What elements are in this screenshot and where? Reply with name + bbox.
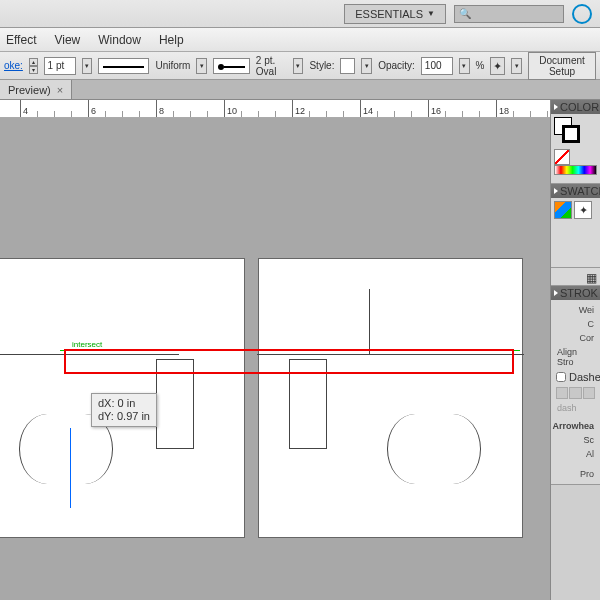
artboard-2: [258, 258, 523, 538]
swatch-item[interactable]: ✦: [574, 201, 592, 219]
workspace-switcher[interactable]: ESSENTIALS ▼: [344, 4, 446, 24]
ruler-minor-tick: [309, 111, 310, 118]
search-input[interactable]: 🔍: [454, 5, 564, 23]
swatch-controls: ▦: [551, 268, 600, 286]
opacity-input[interactable]: [421, 57, 453, 75]
recolor-icon[interactable]: ✦: [490, 57, 505, 75]
corner-row: Cor: [554, 331, 597, 345]
swatches-panel-header[interactable]: SWATCH: [551, 184, 600, 198]
ruler-minor-tick: [105, 111, 106, 118]
style-dropdown[interactable]: ▾: [361, 58, 372, 74]
color-spectrum[interactable]: [554, 165, 597, 175]
application-bar: ESSENTIALS ▼ 🔍: [0, 0, 600, 28]
chevron-down-icon: ▼: [427, 9, 435, 18]
none-swatch[interactable]: [554, 149, 570, 165]
menu-window[interactable]: Window: [98, 33, 141, 47]
path-arc-left[interactable]: [19, 414, 51, 484]
stroke-link[interactable]: oke:: [4, 60, 23, 71]
ruler-tick: 16: [428, 100, 441, 118]
brush-preview[interactable]: [213, 58, 250, 74]
ruler-tick: 10: [224, 100, 237, 118]
ruler-minor-tick: [377, 111, 378, 118]
close-icon[interactable]: ×: [57, 84, 63, 96]
menu-effect[interactable]: Effect: [6, 33, 36, 47]
swatches-panel: ✦: [551, 198, 600, 268]
ruler-minor-tick: [445, 111, 446, 118]
cap-row: C: [554, 317, 597, 331]
arrowheads-row: Arrowhea: [554, 415, 597, 433]
gap-input[interactable]: [569, 387, 581, 399]
ruler-minor-tick: [513, 111, 514, 118]
ruler-minor-tick: [173, 111, 174, 118]
menu-help[interactable]: Help: [159, 33, 184, 47]
fill-stroke-control[interactable]: [554, 117, 580, 143]
document-tab-bar: Preview) ×: [0, 80, 600, 100]
smart-guide-label: intersect: [72, 340, 102, 349]
profile-dropdown[interactable]: ▾: [196, 58, 207, 74]
ruler-minor-tick: [207, 111, 208, 118]
smart-guide-vertical: [70, 428, 71, 508]
swatch-options-icon[interactable]: ▦: [586, 271, 597, 285]
ruler-minor-tick: [139, 111, 140, 118]
opacity-label: Opacity:: [378, 60, 415, 71]
ruler-minor-tick: [343, 111, 344, 118]
ruler-minor-tick: [258, 111, 259, 118]
ruler-minor-tick: [530, 111, 531, 118]
weight-row: Wei: [554, 303, 597, 317]
recolor-dropdown[interactable]: ▾: [511, 58, 522, 74]
color-panel-header[interactable]: COLOR: [551, 100, 600, 114]
path-line[interactable]: [369, 289, 370, 354]
dash-label: dash: [554, 401, 597, 415]
document-setup-button[interactable]: Document Setup: [528, 52, 596, 80]
stroke-swatch[interactable]: [562, 125, 580, 143]
dash-input[interactable]: [583, 387, 595, 399]
horizontal-ruler: 4681012141618: [0, 100, 600, 118]
dashed-checkbox[interactable]: [556, 372, 566, 382]
ruler-minor-tick: [411, 111, 412, 118]
dash-gap-inputs: [554, 385, 597, 401]
document-tab[interactable]: Preview) ×: [0, 80, 72, 99]
stroke-weight-dropdown[interactable]: ▾: [82, 58, 93, 74]
panel-dock: COLOR SWATCH ✦ ▦ STROK Wei C Cor Align S…: [550, 100, 600, 600]
ruler-minor-tick: [462, 111, 463, 118]
ruler-tick: 8: [156, 100, 164, 118]
sync-icon[interactable]: [572, 4, 592, 24]
dash-input[interactable]: [556, 387, 568, 399]
tooltip-dx: dX: 0 in: [98, 397, 150, 410]
stroke-profile-preview[interactable]: [98, 58, 149, 74]
align-stroke-row: Align Stro: [554, 345, 597, 369]
brush-label: 2 pt. Oval: [256, 55, 287, 77]
ruler-minor-tick: [275, 111, 276, 118]
ruler-minor-tick: [394, 111, 395, 118]
stroke-panel: Wei C Cor Align Stro Dashe dash Arrowhea…: [551, 300, 600, 485]
stroke-panel-header[interactable]: STROK: [551, 286, 600, 300]
style-label: Style:: [309, 60, 334, 71]
ruler-minor-tick: [122, 111, 123, 118]
ruler-tick: 14: [360, 100, 373, 118]
ruler-minor-tick: [547, 111, 548, 118]
tab-title: Preview): [8, 84, 51, 96]
stroke-weight-input[interactable]: [44, 57, 76, 75]
path-arc-right[interactable]: [449, 414, 481, 484]
workspace-label: ESSENTIALS: [355, 8, 423, 20]
ruler-minor-tick: [190, 111, 191, 118]
menu-bar: Effect View Window Help: [0, 28, 600, 52]
brush-dropdown[interactable]: ▾: [293, 58, 304, 74]
stroke-weight-stepper[interactable]: ▴▾: [29, 58, 38, 74]
menu-view[interactable]: View: [54, 33, 80, 47]
path-arc-left[interactable]: [387, 414, 419, 484]
swatch-item[interactable]: [554, 201, 572, 219]
opacity-dropdown[interactable]: ▾: [459, 58, 470, 74]
ruler-minor-tick: [54, 111, 55, 118]
ruler-tick: 12: [292, 100, 305, 118]
style-swatch[interactable]: [340, 58, 355, 74]
ruler-tick: 4: [20, 100, 28, 118]
annotation-highlight: [64, 349, 514, 374]
control-panel: oke: ▴▾ ▾ Uniform ▾ 2 pt. Oval ▾ Style: …: [0, 52, 600, 80]
dashed-line-checkbox[interactable]: Dashe: [554, 369, 597, 385]
scale-row: Sc: [554, 433, 597, 447]
tooltip-dy: dY: 0.97 in: [98, 410, 150, 423]
ruler-minor-tick: [241, 111, 242, 118]
ruler-minor-tick: [479, 111, 480, 118]
profile-row: Pro: [554, 461, 597, 481]
